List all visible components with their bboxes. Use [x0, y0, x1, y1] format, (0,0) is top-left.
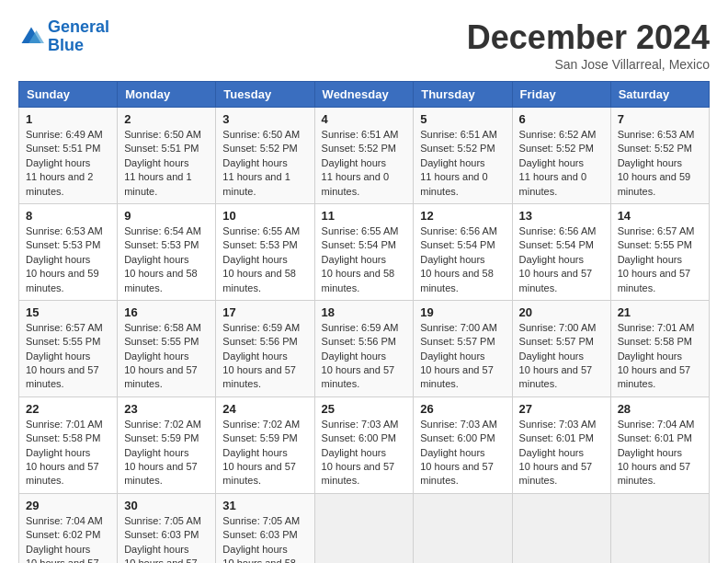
month-title: December 2024: [467, 18, 710, 57]
col-monday: Monday: [118, 82, 216, 108]
table-row: 4Sunrise: 6:51 AMSunset: 5:52 PMDaylight…: [314, 108, 414, 204]
table-row: [512, 493, 610, 563]
table-row: [314, 493, 414, 563]
col-thursday: Thursday: [414, 82, 512, 108]
table-row: 9Sunrise: 6:54 AMSunset: 5:53 PMDaylight…: [118, 203, 216, 300]
col-sunday: Sunday: [19, 82, 118, 108]
table-row: 7Sunrise: 6:53 AMSunset: 5:52 PMDaylight…: [610, 108, 709, 204]
table-row: 30Sunrise: 7:05 AMSunset: 6:03 PMDayligh…: [118, 493, 216, 563]
table-row: 12Sunrise: 6:56 AMSunset: 5:54 PMDayligh…: [414, 203, 512, 300]
col-tuesday: Tuesday: [216, 82, 314, 108]
table-row: 16Sunrise: 6:58 AMSunset: 5:55 PMDayligh…: [118, 300, 216, 396]
table-row: 1Sunrise: 6:49 AMSunset: 5:51 PMDaylight…: [19, 108, 118, 204]
table-row: 28Sunrise: 7:04 AMSunset: 6:01 PMDayligh…: [610, 396, 709, 493]
col-wednesday: Wednesday: [314, 82, 414, 108]
table-row: 5Sunrise: 6:51 AMSunset: 5:52 PMDaylight…: [414, 108, 512, 204]
table-row: 11Sunrise: 6:55 AMSunset: 5:54 PMDayligh…: [314, 203, 414, 300]
table-row: 10Sunrise: 6:55 AMSunset: 5:53 PMDayligh…: [216, 203, 314, 300]
table-row: 22Sunrise: 7:01 AMSunset: 5:58 PMDayligh…: [19, 396, 118, 493]
table-row: 24Sunrise: 7:02 AMSunset: 5:59 PMDayligh…: [216, 396, 314, 493]
table-row: 23Sunrise: 7:02 AMSunset: 5:59 PMDayligh…: [118, 396, 216, 493]
table-row: 3Sunrise: 6:50 AMSunset: 5:52 PMDaylight…: [216, 108, 314, 204]
logo: General Blue: [18, 18, 109, 55]
col-friday: Friday: [512, 82, 610, 108]
location: San Jose Villarreal, Mexico: [467, 57, 710, 72]
table-row: 6Sunrise: 6:52 AMSunset: 5:52 PMDaylight…: [512, 108, 610, 204]
col-saturday: Saturday: [610, 82, 709, 108]
title-block: December 2024 San Jose Villarreal, Mexic…: [467, 18, 710, 72]
table-row: 17Sunrise: 6:59 AMSunset: 5:56 PMDayligh…: [216, 300, 314, 396]
table-row: 25Sunrise: 7:03 AMSunset: 6:00 PMDayligh…: [314, 396, 414, 493]
table-row: 15Sunrise: 6:57 AMSunset: 5:55 PMDayligh…: [19, 300, 118, 396]
table-row: 2Sunrise: 6:50 AMSunset: 5:51 PMDaylight…: [118, 108, 216, 204]
table-row: [610, 493, 709, 563]
table-row: 19Sunrise: 7:00 AMSunset: 5:57 PMDayligh…: [414, 300, 512, 396]
table-row: [414, 493, 512, 563]
table-row: 8Sunrise: 6:53 AMSunset: 5:53 PMDaylight…: [19, 203, 118, 300]
table-row: 26Sunrise: 7:03 AMSunset: 6:00 PMDayligh…: [414, 396, 512, 493]
table-row: 13Sunrise: 6:56 AMSunset: 5:54 PMDayligh…: [512, 203, 610, 300]
page-header: General Blue December 2024 San Jose Vill…: [18, 18, 710, 72]
table-row: 27Sunrise: 7:03 AMSunset: 6:01 PMDayligh…: [512, 396, 610, 493]
table-row: 21Sunrise: 7:01 AMSunset: 5:58 PMDayligh…: [610, 300, 709, 396]
calendar-header-row: Sunday Monday Tuesday Wednesday Thursday…: [19, 82, 710, 108]
table-row: 20Sunrise: 7:00 AMSunset: 5:57 PMDayligh…: [512, 300, 610, 396]
logo-icon: [18, 24, 44, 50]
table-row: 29Sunrise: 7:04 AMSunset: 6:02 PMDayligh…: [19, 493, 118, 563]
table-row: 18Sunrise: 6:59 AMSunset: 5:56 PMDayligh…: [314, 300, 414, 396]
table-row: 31Sunrise: 7:05 AMSunset: 6:03 PMDayligh…: [216, 493, 314, 563]
table-row: 14Sunrise: 6:57 AMSunset: 5:55 PMDayligh…: [610, 203, 709, 300]
calendar-table: Sunday Monday Tuesday Wednesday Thursday…: [18, 81, 710, 563]
logo-text: General Blue: [48, 18, 109, 55]
